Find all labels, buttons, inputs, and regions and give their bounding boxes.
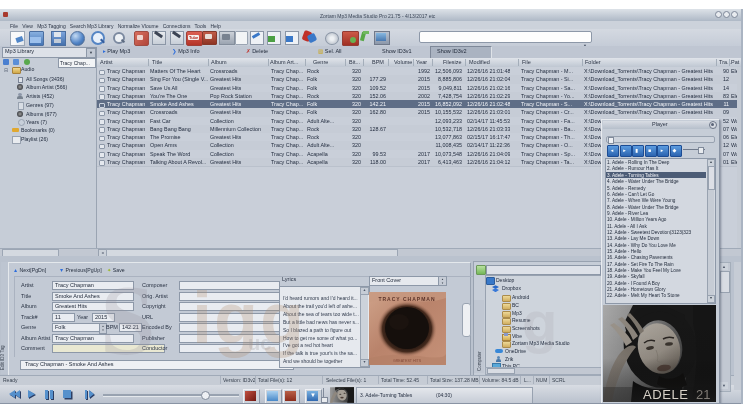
svg-text:ADELE: ADELE [643,387,689,402]
svg-text:GREATEST HITS: GREATEST HITS [393,359,422,363]
svg-text:21: 21 [696,387,710,402]
svg-text:TRACY CHAPMAN: TRACY CHAPMAN [378,296,435,302]
